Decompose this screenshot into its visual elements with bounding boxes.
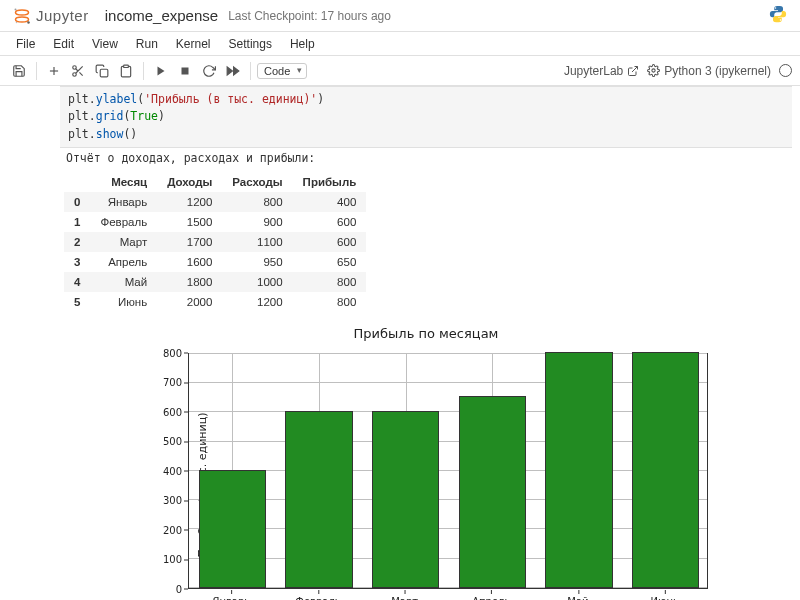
external-link-icon bbox=[627, 65, 639, 77]
svg-marker-16 bbox=[158, 66, 165, 75]
table-header: Прибыль bbox=[293, 172, 367, 192]
y-tick: 400 bbox=[126, 465, 182, 476]
menu-edit[interactable]: Edit bbox=[45, 35, 82, 53]
bar bbox=[545, 352, 613, 588]
restart-icon[interactable] bbox=[198, 60, 220, 82]
output-stdout: Отчёт о доходах, расходах и прибыли: bbox=[60, 148, 792, 168]
code-cell[interactable]: plt.ylabel('Прибыль (в тыс. единиц)') pl… bbox=[60, 86, 792, 148]
x-tick: Июнь bbox=[650, 596, 678, 600]
svg-marker-19 bbox=[227, 66, 232, 74]
svg-rect-17 bbox=[182, 67, 189, 74]
save-icon[interactable] bbox=[8, 60, 30, 82]
table-header: Доходы bbox=[157, 172, 222, 192]
kernel-name: Python 3 (ipykernel) bbox=[664, 64, 771, 78]
x-tick: Март bbox=[391, 596, 418, 600]
svg-line-12 bbox=[79, 72, 82, 75]
menu-run[interactable]: Run bbox=[128, 35, 166, 53]
notebook-name[interactable]: income_expense bbox=[105, 7, 218, 24]
open-jupyterlab-link[interactable]: JupyterLab bbox=[564, 64, 639, 78]
menu-help[interactable]: Help bbox=[282, 35, 323, 53]
bar bbox=[632, 352, 700, 588]
svg-line-20 bbox=[632, 66, 638, 72]
svg-rect-15 bbox=[124, 65, 129, 67]
bar-chart: Прибыль (в тыс. единиц) Месяц 0100200300… bbox=[126, 345, 726, 600]
notebook-content[interactable]: plt.ylabel('Прибыль (в тыс. единиц)') pl… bbox=[0, 86, 800, 600]
svg-point-0 bbox=[16, 10, 29, 15]
kernel-status-icon[interactable] bbox=[779, 64, 792, 77]
python-icon bbox=[768, 4, 788, 24]
table-row: 4Май18001000800 bbox=[64, 272, 366, 292]
svg-point-21 bbox=[652, 69, 655, 72]
copy-icon[interactable] bbox=[91, 60, 113, 82]
checkpoint-text: Last Checkpoint: 17 hours ago bbox=[228, 9, 391, 23]
table-row: 3Апрель1600950650 bbox=[64, 252, 366, 272]
svg-point-4 bbox=[16, 21, 18, 23]
menu-settings[interactable]: Settings bbox=[221, 35, 280, 53]
y-tick: 800 bbox=[126, 347, 182, 358]
gear-icon bbox=[647, 64, 660, 77]
x-tick: Апрель bbox=[472, 596, 510, 600]
table-row: 1Февраль1500900600 bbox=[64, 212, 366, 232]
svg-point-2 bbox=[15, 8, 17, 10]
menu-kernel[interactable]: Kernel bbox=[168, 35, 219, 53]
svg-point-3 bbox=[27, 21, 30, 24]
y-tick: 300 bbox=[126, 495, 182, 506]
menu-file[interactable]: File bbox=[8, 35, 43, 53]
svg-point-6 bbox=[780, 19, 782, 21]
y-tick: 0 bbox=[126, 583, 182, 594]
table-row: 2Март17001100600 bbox=[64, 232, 366, 252]
x-tick: Январь bbox=[212, 596, 250, 600]
chart-title: Прибыль по месяцам bbox=[60, 326, 792, 341]
svg-point-10 bbox=[73, 72, 77, 76]
logo-text: Jupyter bbox=[36, 7, 89, 24]
header: Jupyter income_expense Last Checkpoint: … bbox=[0, 0, 800, 32]
bar bbox=[372, 411, 440, 588]
table-header bbox=[64, 172, 90, 192]
cut-icon[interactable] bbox=[67, 60, 89, 82]
table-header: Расходы bbox=[222, 172, 292, 192]
restart-run-all-icon[interactable] bbox=[222, 60, 244, 82]
svg-point-5 bbox=[775, 7, 777, 9]
table-row: 5Июнь20001200800 bbox=[64, 292, 366, 312]
menubar: File Edit View Run Kernel Settings Help bbox=[0, 32, 800, 56]
add-cell-icon[interactable] bbox=[43, 60, 65, 82]
toolbar: Code JupyterLab Python 3 (ipykernel) bbox=[0, 56, 800, 86]
table-row: 0Январь1200800400 bbox=[64, 192, 366, 212]
dataframe-table: МесяцДоходыРасходыПрибыль 0Январь1200800… bbox=[64, 172, 366, 312]
paste-icon[interactable] bbox=[115, 60, 137, 82]
bar bbox=[459, 396, 527, 588]
svg-rect-14 bbox=[100, 69, 108, 77]
x-tick: Февраль bbox=[295, 596, 340, 600]
y-tick: 500 bbox=[126, 436, 182, 447]
stop-icon[interactable] bbox=[174, 60, 196, 82]
svg-marker-18 bbox=[234, 66, 239, 74]
x-tick: Май bbox=[567, 596, 588, 600]
kernel-switcher[interactable]: Python 3 (ipykernel) bbox=[647, 64, 771, 78]
bar bbox=[285, 411, 353, 588]
y-tick: 600 bbox=[126, 406, 182, 417]
table-header: Месяц bbox=[90, 172, 157, 192]
y-tick: 700 bbox=[126, 377, 182, 388]
run-icon[interactable] bbox=[150, 60, 172, 82]
jupyter-icon bbox=[12, 6, 32, 26]
menu-view[interactable]: View bbox=[84, 35, 126, 53]
jupyter-logo[interactable]: Jupyter bbox=[12, 6, 89, 26]
bar bbox=[199, 470, 267, 588]
svg-line-13 bbox=[76, 68, 78, 70]
y-tick: 200 bbox=[126, 524, 182, 535]
svg-point-1 bbox=[16, 17, 29, 22]
chart-output: Прибыль по месяцам Прибыль (в тыс. едини… bbox=[60, 322, 792, 600]
y-tick: 100 bbox=[126, 554, 182, 565]
svg-point-9 bbox=[73, 65, 77, 69]
cell-type-select[interactable]: Code bbox=[257, 63, 307, 79]
